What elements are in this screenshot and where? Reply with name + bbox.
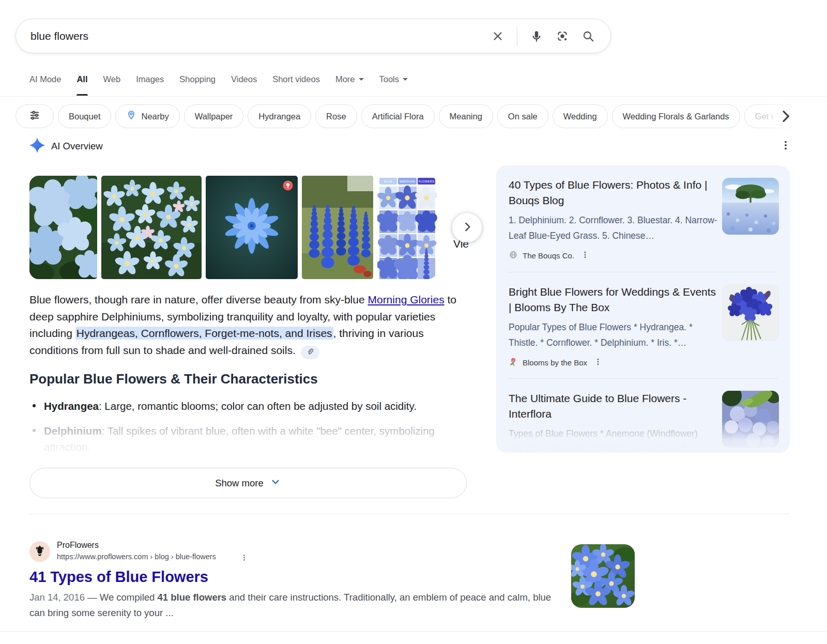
chip-wedding-florals-garlands[interactable]: Wedding Florals & Garlands bbox=[612, 104, 740, 128]
ai-section-heading: Popular Blue Flowers & Their Characteris… bbox=[29, 371, 318, 387]
chip-nearby[interactable]: Nearby bbox=[115, 104, 179, 128]
collage-label: FLOWERS bbox=[419, 180, 435, 183]
chip-bouquet[interactable]: Bouquet bbox=[58, 104, 111, 128]
bullet-hydrangea: Hydrangea: Large, romantic blooms; color… bbox=[29, 398, 474, 414]
gallery-image-chicory[interactable] bbox=[206, 176, 298, 279]
rose-icon bbox=[509, 357, 518, 368]
tab-web[interactable]: Web bbox=[103, 74, 121, 96]
location-pin-icon bbox=[126, 110, 136, 122]
search-bar[interactable]: blue flowers bbox=[16, 19, 611, 53]
divider bbox=[517, 27, 517, 45]
divider bbox=[0, 631, 827, 632]
globe-icon bbox=[509, 250, 518, 261]
result-date: Jan 14, 2016 bbox=[29, 592, 85, 603]
divider bbox=[509, 378, 777, 379]
ai-overview-paragraph: Blue flowers, though rare in nature, off… bbox=[29, 292, 470, 359]
source-title[interactable]: The Ultimate Guide to Blue Flowers - Int… bbox=[509, 391, 721, 422]
lens-search-button[interactable] bbox=[556, 29, 569, 43]
source-title[interactable]: 40 Types of Blue Flowers: Photos & Info … bbox=[509, 177, 721, 208]
source-snippet: Types of Blue Flowers * Anemone (Windflo… bbox=[509, 426, 721, 441]
gallery-image-delphinium[interactable] bbox=[302, 176, 373, 279]
lens-icon bbox=[556, 29, 569, 43]
show-more-button[interactable]: Show more bbox=[29, 468, 467, 498]
ai-overview-menu-button[interactable] bbox=[779, 139, 792, 153]
voice-search-button[interactable] bbox=[530, 29, 543, 43]
result-url[interactable]: https://www.proflowers.com › blog › blue… bbox=[57, 553, 216, 561]
ai-overview-header: AI Overview bbox=[29, 137, 103, 155]
chevron-right-icon bbox=[777, 118, 794, 126]
bullet-term: Hydrangea bbox=[44, 400, 99, 412]
collage-label: BLUE bbox=[384, 180, 392, 183]
search-icon bbox=[581, 29, 595, 43]
highlighted-text[interactable]: Hydrangeas, Cornflowers, Forget-me-nots,… bbox=[75, 327, 333, 340]
chip-wallpaper[interactable]: Wallpaper bbox=[184, 104, 244, 128]
divider bbox=[0, 96, 827, 97]
snippet-bold-text: 41 blue flowers bbox=[158, 592, 227, 603]
divider bbox=[29, 514, 790, 514]
result-menu-button[interactable] bbox=[239, 553, 249, 564]
chip-hydrangea[interactable]: Hydrangea bbox=[248, 104, 311, 128]
chip-on-sale[interactable]: On sale bbox=[497, 104, 548, 128]
search-button[interactable] bbox=[581, 29, 595, 43]
chip-rose[interactable]: Rose bbox=[315, 104, 357, 128]
source-title[interactable]: Bright Blue Flowers for Weddings & Event… bbox=[509, 284, 721, 315]
chips-scroll-right-button[interactable] bbox=[777, 108, 794, 125]
chip-wedding[interactable]: Wedding bbox=[553, 104, 608, 128]
source-name: The Bouqs Co. bbox=[523, 251, 574, 260]
search-input[interactable]: blue flowers bbox=[30, 30, 491, 42]
bullet-dot bbox=[33, 429, 36, 432]
source-thumbnail-field[interactable] bbox=[722, 178, 779, 235]
chip-artificial-flora[interactable]: Artificial Flora bbox=[361, 104, 435, 128]
ai-bullet-list: Hydrangea: Large, romantic blooms; color… bbox=[29, 398, 474, 464]
bullet-text: : Tall spikes of vibrant blue, often wit… bbox=[44, 425, 435, 453]
gallery-image-forget-me-nots[interactable] bbox=[101, 176, 202, 279]
active-tab-underline bbox=[76, 94, 87, 96]
source-snippet-faded: We adore these five petalled saucer-shap… bbox=[509, 441, 721, 453]
gallery-next-button[interactable] bbox=[452, 213, 482, 242]
collage-label: WEDDING bbox=[400, 180, 415, 183]
filters-button[interactable] bbox=[16, 104, 54, 128]
source-menu-button[interactable] bbox=[594, 357, 602, 369]
ai-overview-label: AI Overview bbox=[51, 141, 103, 152]
source-snippet: 1. Delphinium. 2. Cornflower. 3. Bluesta… bbox=[509, 212, 721, 243]
morning-glories-link[interactable]: Morning Glories bbox=[367, 294, 444, 305]
ai-overview-sources-card: 40 Types of Blue Flowers: Photos & Info … bbox=[496, 165, 790, 453]
chevron-down-icon bbox=[359, 78, 364, 81]
chevron-right-icon bbox=[461, 220, 474, 235]
tab-more[interactable]: More bbox=[335, 74, 364, 96]
tab-short-videos[interactable]: Short videos bbox=[272, 74, 320, 96]
clear-search-button[interactable] bbox=[491, 29, 504, 43]
close-icon bbox=[491, 29, 504, 43]
paperclip-icon bbox=[306, 348, 314, 358]
divider bbox=[509, 272, 777, 272]
tab-tools[interactable]: Tools bbox=[379, 74, 408, 96]
tab-shopping[interactable]: Shopping bbox=[179, 74, 216, 96]
gallery-image-collage[interactable]: BLUE WEDDING FLOWERS bbox=[377, 176, 437, 279]
result-snippet: Jan 14, 2016 — We compiled 41 blue flowe… bbox=[29, 590, 562, 620]
ai-image-gallery: BLUE WEDDING FLOWERS bbox=[29, 176, 437, 279]
source-thumbnail-hydrangea[interactable] bbox=[722, 391, 779, 448]
chevron-down-icon bbox=[403, 78, 408, 81]
tab-ai-mode[interactable]: AI Mode bbox=[29, 74, 61, 96]
source-thumbnail-bouquet[interactable] bbox=[722, 284, 779, 341]
chevron-down-icon bbox=[270, 476, 281, 490]
more-vert-icon bbox=[780, 146, 791, 154]
chip-meaning[interactable]: Meaning bbox=[439, 104, 493, 128]
filter-chip-row: Bouquet Nearby Wallpaper Hydrangea Rose … bbox=[16, 104, 822, 129]
tab-all[interactable]: All bbox=[76, 74, 87, 96]
result-title-link[interactable]: 41 Types of Blue Flowers bbox=[29, 569, 208, 586]
bullet-text: : Large, romantic blooms; color can ofte… bbox=[99, 400, 417, 412]
google-search-results-page: blue flowers AI Mode All Web Images Shop… bbox=[0, 0, 827, 644]
tab-images[interactable]: Images bbox=[136, 74, 164, 96]
result-site-name[interactable]: ProFlowers bbox=[57, 541, 99, 550]
tulip-icon bbox=[34, 544, 45, 559]
sparkle-icon bbox=[29, 137, 45, 155]
source-menu-button[interactable] bbox=[581, 250, 589, 262]
tab-videos[interactable]: Videos bbox=[231, 74, 257, 96]
result-thumbnail[interactable] bbox=[571, 544, 635, 608]
gallery-image-hydrangea[interactable] bbox=[29, 176, 97, 279]
source-name: Blooms by the Box bbox=[523, 358, 587, 367]
citation-link-button[interactable] bbox=[301, 346, 319, 359]
tune-icon bbox=[29, 110, 40, 123]
paragraph-text: Blue flowers, though rare in nature, off… bbox=[29, 294, 367, 305]
